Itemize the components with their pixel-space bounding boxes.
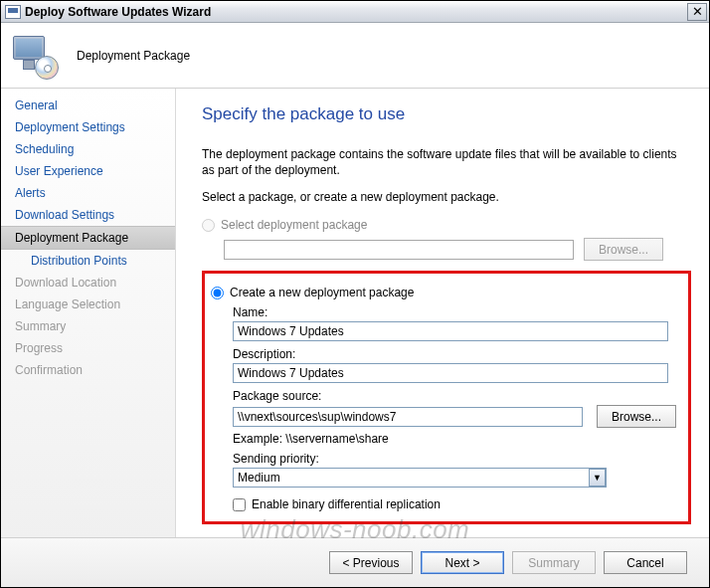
package-source-input[interactable] [233, 407, 583, 427]
close-button[interactable]: ✕ [687, 3, 707, 21]
package-source-browse-button[interactable]: Browse... [597, 405, 676, 428]
wizard-footer: < Previous Next > Summary Cancel [1, 537, 709, 587]
summary-button[interactable]: Summary [512, 551, 596, 574]
package-source-label: Package source: [233, 389, 678, 403]
package-source-example: Example: \\servername\share [233, 432, 678, 446]
nav-item-alerts[interactable]: Alerts [1, 182, 175, 204]
binary-replication-row: Enable binary differential replication [233, 497, 678, 511]
header-icon [11, 32, 59, 80]
select-package-browse-button[interactable]: Browse... [584, 238, 663, 261]
radio-create-package-label: Create a new deployment package [230, 286, 414, 299]
titlebar: Deploy Software Updates Wizard ✕ [1, 1, 709, 23]
binary-replication-label: Enable binary differential replication [252, 497, 441, 511]
nav-item-distribution-points[interactable]: Distribution Points [1, 250, 175, 272]
nav-item-progress: Progress [1, 337, 175, 359]
nav-item-scheduling[interactable]: Scheduling [1, 138, 175, 160]
name-input[interactable] [233, 321, 668, 341]
intro-text: The deployment package contains the soft… [202, 146, 679, 178]
radio-create-package-row: Create a new deployment package [211, 286, 678, 299]
description-input[interactable] [233, 363, 668, 383]
sending-priority-label: Sending priority: [233, 452, 678, 466]
select-package-input-row: Browse... [224, 238, 691, 261]
nav-item-download-location: Download Location [1, 272, 175, 294]
window-title: Deploy Software Updates Wizard [25, 5, 687, 19]
name-label: Name: [233, 305, 678, 319]
close-icon: ✕ [692, 5, 703, 18]
description-label: Description: [233, 347, 678, 361]
cancel-button[interactable]: Cancel [604, 551, 687, 574]
header-step-label: Deployment Package [77, 49, 190, 63]
nav-item-language-selection: Language Selection [1, 294, 175, 315]
next-button[interactable]: Next > [421, 551, 504, 574]
chevron-down-icon: ▼ [589, 469, 606, 487]
radio-select-package-row: Select deployment package [202, 218, 691, 232]
radio-create-package[interactable] [211, 287, 224, 299]
sending-priority-select[interactable]: Medium ▼ [233, 468, 607, 488]
nav-item-user-experience[interactable]: User Experience [1, 160, 175, 182]
radio-select-package[interactable] [202, 219, 215, 232]
select-package-input[interactable] [224, 240, 574, 260]
nav-item-deployment-package[interactable]: Deployment Package [1, 226, 175, 250]
create-package-highlight: Create a new deployment package Name: De… [202, 271, 691, 524]
page-title: Specify the package to use [202, 104, 691, 124]
wizard-window: Deploy Software Updates Wizard ✕ Deploym… [0, 0, 710, 588]
sending-priority-value: Medium [238, 471, 280, 485]
wizard-main: Specify the package to use The deploymen… [176, 89, 709, 537]
binary-replication-checkbox[interactable] [233, 498, 246, 511]
app-icon [5, 5, 21, 19]
wizard-body: GeneralDeployment SettingsSchedulingUser… [1, 89, 709, 537]
previous-button[interactable]: < Previous [329, 551, 413, 574]
wizard-nav: GeneralDeployment SettingsSchedulingUser… [1, 89, 176, 537]
nav-item-summary: Summary [1, 315, 175, 337]
select-prompt: Select a package, or create a new deploy… [202, 190, 691, 204]
nav-item-download-settings[interactable]: Download Settings [1, 204, 175, 226]
wizard-header: Deployment Package [1, 23, 709, 89]
nav-item-deployment-settings[interactable]: Deployment Settings [1, 116, 175, 138]
nav-item-general[interactable]: General [1, 95, 175, 116]
radio-select-package-label: Select deployment package [221, 218, 367, 232]
nav-item-confirmation: Confirmation [1, 359, 175, 381]
